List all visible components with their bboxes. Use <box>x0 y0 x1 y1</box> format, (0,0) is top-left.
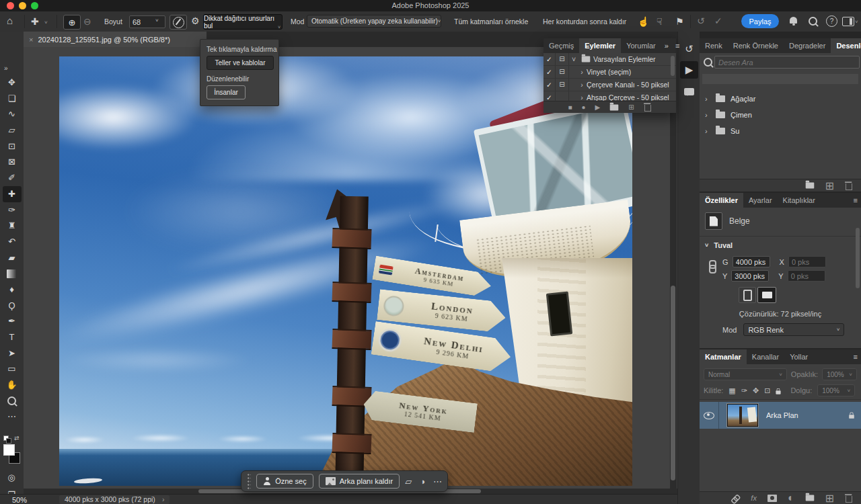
collapse-tools-icon[interactable]: » <box>4 65 8 72</box>
dodge-tool[interactable]: Ϙ <box>3 298 22 314</box>
chevron-right-icon[interactable]: › <box>162 495 165 504</box>
action-row[interactable]: ✓ ⊟ ˅ Varsayılan Eylemler <box>544 53 676 66</box>
crop-tool[interactable]: ⊡ <box>3 138 22 155</box>
tab-gradients[interactable]: Degradeler <box>784 38 831 53</box>
tab-color[interactable]: Renk <box>700 38 728 53</box>
brush-pressure-button[interactable] <box>170 15 187 30</box>
new-pattern-icon[interactable]: ⊞ <box>825 179 834 192</box>
lock-artboard-icon[interactable]: ⊡ <box>764 386 770 395</box>
hand-tool[interactable]: ✋ <box>3 377 22 393</box>
more-tools-button[interactable]: ⋯ <box>3 409 22 425</box>
brush-tool[interactable]: ✑ <box>3 202 22 218</box>
people-button[interactable]: İnsanlar <box>207 85 246 99</box>
action-dialog-icon[interactable]: ⊟ <box>556 53 569 65</box>
blur-tool[interactable]: ♦ <box>3 282 22 298</box>
eyedropper-tool[interactable]: ✐ <box>3 170 22 186</box>
opacity-dropdown[interactable]: 100% ˅ <box>822 368 857 380</box>
path-selection-tool[interactable]: ➤ <box>3 345 22 362</box>
find-distractions-button[interactable]: Dikkat dağıtıcı unsurları bul <box>203 14 283 30</box>
mode-dropdown[interactable]: Otomatik (Üretken yapay zeka kullanabili… <box>307 15 441 28</box>
stop-icon[interactable]: ■ <box>568 103 572 111</box>
chevron-right-icon[interactable]: › <box>577 81 587 89</box>
undo-icon[interactable]: ↺ <box>697 15 705 26</box>
taskbar-grip-handle[interactable] <box>247 473 251 489</box>
gradient-tool[interactable] <box>3 265 22 282</box>
pattern-search-input[interactable] <box>714 56 860 69</box>
clone-stamp-tool[interactable]: ♜ <box>3 218 22 234</box>
width-input[interactable] <box>733 256 770 267</box>
canvas-section-header[interactable]: ˅ Tuval <box>705 241 733 249</box>
tab-history[interactable]: Geçmiş <box>544 38 579 53</box>
action-check-icon[interactable]: ✓ <box>544 66 556 78</box>
new-group-folder-icon[interactable] <box>805 183 814 189</box>
panel-menu-icon[interactable]: ≡ <box>850 193 861 208</box>
document-info[interactable]: 4000 pks x 3000 pks (72 ppi) › <box>59 495 170 504</box>
new-action-icon[interactable]: ⊞ <box>628 103 634 111</box>
tab-layers[interactable]: Katmanlar <box>700 349 747 364</box>
pen-tool[interactable]: ✒ <box>3 313 22 329</box>
portrait-orientation-button[interactable] <box>739 287 756 303</box>
action-dialog-icon[interactable]: ⊟ <box>556 79 569 91</box>
action-row[interactable]: ✓ ⊟ › Vinyet (seçim) <box>544 66 676 79</box>
layer-mask-icon[interactable] <box>768 495 777 502</box>
properties-scrollbar-thumb[interactable] <box>856 228 860 288</box>
thumbs-up-icon[interactable]: ☝ <box>638 16 649 27</box>
adjustment-icon[interactable]: ◑ <box>420 476 425 487</box>
frame-tool[interactable]: ⊠ <box>3 154 22 170</box>
chevron-down-icon[interactable]: ˅ <box>155 17 159 24</box>
tab-channels[interactable]: Kanallar <box>747 349 784 364</box>
eraser-tool[interactable]: ▰ <box>3 250 22 266</box>
tab-patterns[interactable]: Desenler <box>831 38 861 53</box>
chevron-right-icon[interactable]: › <box>705 111 710 119</box>
vertical-scrollbar[interactable] <box>670 47 677 489</box>
panel-menu-icon[interactable]: ≡ <box>850 349 861 364</box>
new-set-folder-icon[interactable] <box>610 104 619 110</box>
layer-visibility-cell[interactable] <box>700 402 719 429</box>
move-tool[interactable]: ✥ <box>3 75 22 91</box>
share-button[interactable]: Paylaş <box>741 14 779 28</box>
pattern-folder-row[interactable]: › Su <box>700 123 861 139</box>
tab-comments[interactable]: Yorumlar <box>621 38 661 53</box>
shape-tool[interactable]: ▭ <box>3 361 22 377</box>
action-row[interactable]: ✓ ⊟ › Çerçeve Kanalı - 50 piksel <box>544 79 676 91</box>
chevron-right-icon[interactable]: › <box>705 95 710 103</box>
swap-colors-icon[interactable]: ⇄ <box>14 435 20 442</box>
subtract-from-selection-button[interactable]: ⊖ <box>83 16 91 27</box>
lasso-tool[interactable]: ∿ <box>3 106 22 122</box>
close-tab-icon[interactable]: × <box>29 36 33 44</box>
tab-libraries[interactable]: Kitaplıklar <box>778 193 821 208</box>
chevron-down-icon[interactable]: ˅ <box>569 55 578 63</box>
new-group-folder-icon[interactable] <box>805 495 814 501</box>
zoom-level[interactable]: 50% <box>12 496 27 504</box>
action-dialog-icon[interactable]: ⊟ <box>556 66 569 78</box>
lock-all-icon[interactable] <box>776 390 781 394</box>
remove-background-button[interactable]: Arka planı kaldır <box>319 474 400 489</box>
type-tool[interactable]: T <box>3 329 22 345</box>
tab-paths[interactable]: Yollar <box>784 349 813 364</box>
history-brush-tool[interactable]: ↶ <box>3 234 22 250</box>
panels-icon[interactable] <box>842 17 854 26</box>
action-check-icon[interactable]: ✓ <box>544 53 556 65</box>
landscape-orientation-button[interactable] <box>757 287 776 303</box>
home-icon[interactable]: ⌂ <box>7 15 13 26</box>
chevron-down-icon[interactable]: ˅ <box>44 17 48 28</box>
adjustment-layer-icon[interactable]: ◐ <box>788 492 794 504</box>
fill-dropdown[interactable]: 100% ˅ <box>817 384 855 396</box>
chevron-right-icon[interactable]: › <box>577 68 587 76</box>
bell-icon[interactable] <box>790 17 797 24</box>
foreground-color-swatch[interactable] <box>3 444 15 456</box>
trash-icon[interactable] <box>644 105 650 112</box>
add-to-selection-button[interactable]: ⊕ <box>63 15 81 30</box>
document-tab[interactable]: × 20240128_125951.jpg @ 50% (RGB/8*) <box>24 32 207 47</box>
object-selection-tool[interactable]: ▱ <box>3 122 22 138</box>
x-input[interactable] <box>788 256 826 267</box>
tab-swatches[interactable]: Renk Örnekle <box>728 38 784 53</box>
y-input[interactable] <box>788 270 825 282</box>
vertical-scrollbar-thumb[interactable] <box>671 286 675 480</box>
commit-check-icon[interactable]: ✓ <box>714 15 722 26</box>
link-layers-icon[interactable] <box>733 494 741 502</box>
transform-icon[interactable]: ▱ <box>405 476 412 487</box>
collapse-panel-icon[interactable]: » <box>661 38 672 53</box>
flag-icon[interactable]: ⚑ <box>675 16 684 27</box>
trash-icon[interactable] <box>846 495 852 502</box>
